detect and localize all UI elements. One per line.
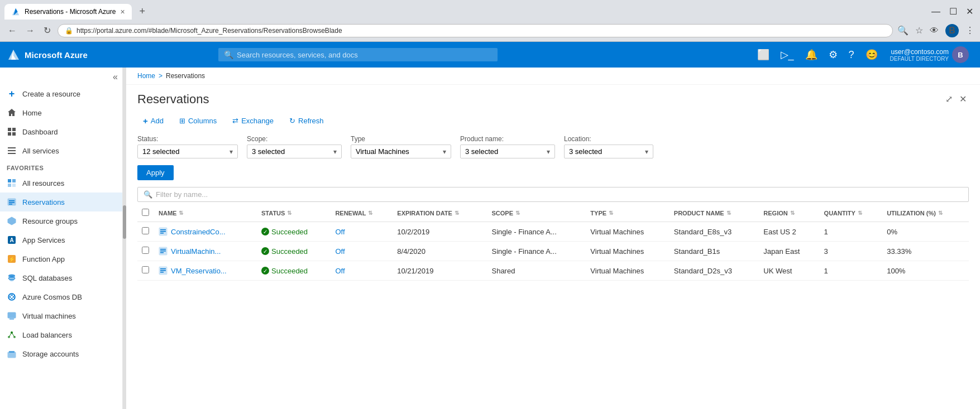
select-all-checkbox[interactable] bbox=[142, 209, 149, 216]
row-checkbox[interactable] bbox=[142, 247, 149, 254]
row-renewal[interactable]: Off bbox=[335, 267, 345, 275]
row-quantity-cell: 1 bbox=[820, 261, 883, 281]
add-button[interactable]: + Add bbox=[137, 113, 169, 128]
row-expiration-cell: 10/2/2019 bbox=[393, 222, 487, 242]
column-header-expiration[interactable]: EXPIRATION DATE ⇅ bbox=[393, 204, 487, 222]
settings-icon[interactable]: ⚙ bbox=[825, 45, 841, 64]
forward-button[interactable]: → bbox=[23, 23, 37, 38]
tab-close-button[interactable]: × bbox=[120, 7, 125, 16]
portal-icon[interactable]: ⬜ bbox=[754, 45, 773, 64]
cloud-shell-icon[interactable]: ▷_ bbox=[777, 45, 797, 64]
row-expiration-cell: 10/21/2019 bbox=[393, 261, 487, 281]
help-icon[interactable]: ? bbox=[845, 46, 858, 64]
popout-button[interactable]: ⤢ bbox=[943, 92, 955, 107]
column-header-type[interactable]: TYPE ⇅ bbox=[586, 204, 670, 222]
row-name[interactable]: VM_Reservatio... bbox=[171, 267, 227, 275]
address-bar[interactable]: 🔒 https://portal.azure.com/#blade/Micros… bbox=[58, 24, 893, 37]
column-header-scope[interactable]: SCOPE ⇅ bbox=[487, 204, 586, 222]
columns-button[interactable]: ⊞ Columns bbox=[174, 114, 222, 128]
sidebar-item-sql-databases[interactable]: SQL databases bbox=[0, 268, 122, 287]
sidebar-scrollbar[interactable] bbox=[123, 68, 126, 409]
status-chevron-icon: ▾ bbox=[230, 148, 233, 156]
eye-icon[interactable]: 👁 bbox=[930, 26, 939, 36]
column-header-status[interactable]: STATUS ⇅ bbox=[257, 204, 331, 222]
close-page-button[interactable]: ✕ bbox=[957, 92, 969, 107]
back-button[interactable]: ← bbox=[6, 23, 19, 38]
sidebar-collapse-button[interactable]: « bbox=[113, 72, 118, 82]
sort-icon: ⇅ bbox=[938, 210, 943, 216]
cosmos-db-icon bbox=[7, 292, 17, 302]
menu-icon[interactable]: ⋮ bbox=[965, 25, 974, 36]
sidebar-item-cosmos-db[interactable]: Azure Cosmos DB bbox=[0, 287, 122, 306]
close-button[interactable]: ✕ bbox=[966, 6, 973, 17]
row-renewal-cell: Off bbox=[331, 242, 393, 261]
search-icon[interactable]: 🔍 bbox=[897, 25, 909, 36]
maximize-button[interactable]: ☐ bbox=[949, 6, 957, 17]
profile-avatar[interactable]: B bbox=[945, 24, 959, 37]
row-checkbox[interactable] bbox=[142, 266, 149, 273]
user-avatar[interactable]: B bbox=[952, 46, 969, 63]
location-filter-select[interactable]: 3 selected ▾ bbox=[564, 145, 653, 158]
sort-icon: ⇅ bbox=[609, 210, 613, 216]
svg-rect-12 bbox=[12, 179, 16, 182]
column-header-renewal[interactable]: RENEWAL ⇅ bbox=[331, 204, 393, 222]
row-checkbox[interactable] bbox=[142, 227, 149, 234]
svg-rect-40 bbox=[160, 229, 166, 230]
row-renewal[interactable]: Off bbox=[335, 247, 345, 256]
app-services-icon: A bbox=[7, 235, 17, 245]
sidebar-item-storage-accounts[interactable]: Storage accounts bbox=[0, 344, 122, 363]
row-name[interactable]: ConstrainedCo... bbox=[171, 228, 226, 236]
bookmark-icon[interactable]: ☆ bbox=[915, 25, 923, 36]
azure-search-bar[interactable]: 🔍 bbox=[218, 48, 498, 61]
column-header-product-name[interactable]: PRODUCT NAME ⇅ bbox=[670, 204, 759, 222]
refresh-button[interactable]: ↻ Refresh bbox=[284, 114, 329, 128]
browser-titlebar: Reservations - Microsoft Azure × + — ☐ ✕ bbox=[0, 0, 980, 20]
column-header-utilization[interactable]: UTILIZATION (%) ⇅ bbox=[882, 204, 969, 222]
row-name[interactable]: VirtualMachin... bbox=[171, 247, 221, 256]
sidebar-item-reservations[interactable]: Reservations bbox=[0, 193, 122, 211]
sidebar-item-all-services[interactable]: All services bbox=[0, 141, 122, 160]
status-filter-select[interactable]: 12 selected ▾ bbox=[137, 145, 238, 158]
sort-icon: ⇅ bbox=[455, 210, 459, 216]
location-filter-group: Location: 3 selected ▾ bbox=[564, 135, 653, 158]
filter-bar: 🔍 bbox=[126, 185, 980, 204]
column-header-quantity[interactable]: QUANTITY ⇅ bbox=[820, 204, 883, 222]
sidebar-item-resource-groups[interactable]: Resource groups bbox=[0, 211, 122, 230]
sidebar-item-all-resources[interactable]: All resources bbox=[0, 174, 122, 193]
search-input[interactable] bbox=[237, 51, 492, 59]
refresh-button[interactable]: ↻ bbox=[41, 23, 53, 38]
sidebar-item-load-balancers[interactable]: Load balancers bbox=[0, 325, 122, 344]
filter-by-name-input[interactable] bbox=[156, 190, 963, 199]
column-header-region[interactable]: REGION ⇅ bbox=[759, 204, 819, 222]
feedback-icon[interactable]: 😊 bbox=[862, 45, 881, 64]
sidebar-item-label: Load balancers bbox=[22, 331, 72, 339]
sidebar-item-function-app[interactable]: ⚡ Function App bbox=[0, 249, 122, 268]
sidebar-item-app-services[interactable]: A App Services bbox=[0, 230, 122, 249]
svg-rect-18 bbox=[9, 204, 12, 205]
sidebar-item-create-resource[interactable]: + Create a resource bbox=[0, 84, 122, 103]
user-profile[interactable]: user@contoso.com DEFAULT DIRECTORY B bbox=[886, 44, 973, 65]
breadcrumb-home[interactable]: Home bbox=[137, 72, 155, 80]
apply-button[interactable]: Apply bbox=[137, 165, 174, 180]
exchange-button[interactable]: ⇄ Exchange bbox=[227, 114, 279, 128]
svg-line-35 bbox=[9, 333, 12, 337]
reservations-icon bbox=[7, 197, 17, 207]
sidebar-item-dashboard[interactable]: Dashboard bbox=[0, 122, 122, 141]
scope-filter-select[interactable]: 3 selected ▾ bbox=[247, 145, 342, 158]
column-header-name[interactable]: NAME ⇅ bbox=[154, 204, 257, 222]
azure-logo-icon bbox=[7, 48, 20, 61]
sidebar-item-virtual-machines[interactable]: Virtual machines bbox=[0, 306, 122, 325]
notifications-icon[interactable]: 🔔 bbox=[802, 45, 821, 64]
sidebar-item-label: Resource groups bbox=[22, 217, 78, 225]
minimize-button[interactable]: — bbox=[931, 7, 940, 17]
row-renewal[interactable]: Off bbox=[335, 228, 345, 236]
all-resources-icon bbox=[7, 178, 17, 188]
product-name-filter-select[interactable]: 3 selected ▾ bbox=[460, 145, 555, 158]
type-filter-select[interactable]: Virtual Machines ▾ bbox=[351, 145, 451, 158]
sidebar-collapse-area: « bbox=[0, 70, 122, 84]
sidebar-item-label: Virtual machines bbox=[22, 312, 76, 320]
new-tab-button[interactable]: + bbox=[135, 3, 150, 20]
sidebar-item-home[interactable]: Home bbox=[0, 103, 122, 122]
status-dot-icon: ✓ bbox=[261, 247, 269, 255]
sort-icon: ⇅ bbox=[287, 210, 291, 216]
